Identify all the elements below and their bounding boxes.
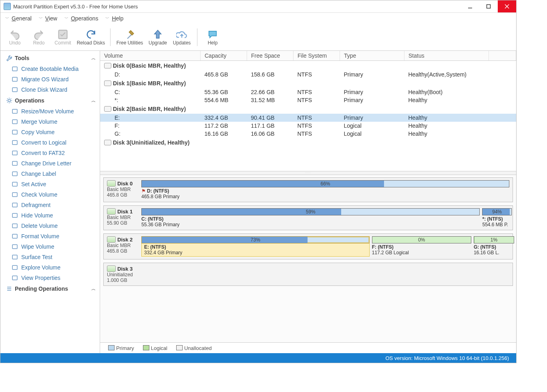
disk-sub2: 465.8 GB	[107, 192, 138, 198]
legend-unallocated: Unallocated	[176, 345, 212, 351]
volume-grid[interactable]: Volume Capacity Free Space File System T…	[100, 51, 516, 171]
sidebar-item[interactable]: Wipe Volume	[0, 241, 100, 252]
menu-operations[interactable]: ﹀Operations	[64, 15, 98, 22]
disk-card[interactable]: Disk 2Basic MBR465.8 GB73%E: (NTFS)332.4…	[103, 233, 513, 259]
sidebar-item[interactable]: Convert to FAT32	[0, 148, 100, 158]
sidebar-section-tools[interactable]: Tools ︿	[0, 52, 100, 64]
svg-rect-24	[12, 265, 17, 269]
updates-button[interactable]: Updates	[170, 26, 194, 49]
main: Tools ︿ Create Bootable MediaMigrate OS …	[0, 51, 516, 353]
partition[interactable]: 66%⚑D: (NTFS)465.8 GB Primary	[141, 180, 509, 199]
volume-row[interactable]: F:117.2 GB117.1 GBNTFSLogicalHealthy	[100, 122, 516, 130]
cell-fs: NTFS	[294, 70, 340, 78]
sidebar-item[interactable]: Hide Volume	[0, 210, 100, 221]
partition[interactable]: 0%F: (NTFS)117.2 GB Logical	[372, 236, 471, 257]
sidebar-item[interactable]: Set Active	[0, 179, 100, 189]
splitter[interactable]: .....	[100, 171, 516, 175]
partition[interactable]: 73%E: (NTFS)332.4 GB Primary	[141, 236, 370, 257]
partition[interactable]: 1%G: (NTFS)16.16 GB L.	[474, 236, 514, 257]
sidebar-item[interactable]: Clone Disk Wizard	[0, 84, 100, 95]
disk-card[interactable]: Disk 3Uninitialized1.000 GB	[103, 263, 513, 286]
partition[interactable]: 94%*: (NTFS)554.6 MB P.	[482, 208, 512, 227]
redo-icon	[33, 29, 44, 40]
cell-status: Healthy(Boot)	[404, 88, 489, 96]
sidebar-item[interactable]: Delete Volume	[0, 221, 100, 231]
disk-row[interactable]: Disk 1(Basic MBR, Healthy)	[100, 78, 516, 88]
chevron-up-icon: ︿	[91, 55, 96, 61]
menu-view[interactable]: ﹀View	[39, 15, 57, 22]
volume-row[interactable]: *:554.6 MB31.52 MBNTFSPrimaryHealthy	[100, 96, 516, 104]
disk-row[interactable]: Disk 0(Basic MBR, Healthy)	[100, 61, 516, 71]
disk-sub2: 1.000 GB	[107, 277, 138, 283]
titlebar: Macrorit Partition Expert v5.3.0 - Free …	[0, 0, 516, 13]
sidebar-item[interactable]: Change Label	[0, 169, 100, 179]
sidebar-item[interactable]: Create Bootable Media	[0, 64, 100, 74]
svg-point-8	[8, 99, 10, 102]
sidebar-item[interactable]: View Properties	[0, 273, 100, 283]
disk-card[interactable]: Disk 0Basic MBR465.8 GB66%⚑D: (NTFS)465.…	[103, 177, 513, 202]
sidebar-item[interactable]: Copy Volume	[0, 127, 100, 137]
col-free[interactable]: Free Space	[247, 51, 294, 61]
disk-sub2: 55.90 GB	[107, 220, 138, 226]
cell-fs: NTFS	[294, 130, 340, 138]
svg-rect-16	[12, 182, 17, 186]
volume-row[interactable]: E:332.4 GB90.41 GBNTFSPrimaryHealthy	[100, 114, 516, 122]
minimize-button[interactable]	[461, 0, 479, 12]
disk-row[interactable]: Disk 3(Uninitialized, Healthy)	[100, 138, 516, 147]
item-icon	[12, 212, 18, 219]
disk-icon	[104, 140, 111, 145]
item-label: Convert to Logical	[21, 139, 66, 147]
col-fs[interactable]: File System	[294, 51, 340, 61]
cell-letter: G:	[100, 130, 201, 138]
sidebar-item[interactable]: Defragment	[0, 200, 100, 210]
sidebar-item[interactable]: Format Volume	[0, 231, 100, 241]
volume-row[interactable]: G:16.16 GB16.06 GBNTFSLogicalHealthy	[100, 130, 516, 138]
sidebar-item[interactable]: Migrate OS Wizard	[0, 74, 100, 84]
svg-rect-19	[12, 213, 17, 217]
disk-icon	[104, 63, 111, 68]
sidebar-item[interactable]: Explore Volume	[0, 262, 100, 273]
sidebar-item[interactable]: Surface Test	[0, 252, 100, 262]
toolbar-separator	[110, 28, 111, 46]
volume-row[interactable]: D:465.8 GB158.6 GBNTFSPrimaryHealthy(Act…	[100, 70, 516, 78]
disk-label: Disk 2(Basic MBR, Healthy)	[113, 106, 186, 112]
sidebar[interactable]: Tools ︿ Create Bootable MediaMigrate OS …	[0, 51, 100, 353]
col-status[interactable]: Status	[404, 51, 489, 61]
volume-row[interactable]: C:55.36 GB22.66 GBNTFSPrimaryHealthy(Boo…	[100, 88, 516, 96]
redo-button[interactable]: Redo	[27, 26, 51, 49]
free-utilities-button[interactable]: Free Utilities	[114, 26, 146, 49]
col-volume[interactable]: Volume	[100, 51, 201, 61]
upgrade-button[interactable]: Upgrade	[146, 26, 170, 49]
svg-rect-1	[487, 5, 491, 8]
item-label: Surface Test	[21, 253, 52, 261]
app-window: Macrorit Partition Expert v5.3.0 - Free …	[0, 0, 517, 363]
sidebar-item[interactable]: Merge Volume	[0, 117, 100, 127]
disk-map-view[interactable]: Disk 0Basic MBR465.8 GB66%⚑D: (NTFS)465.…	[100, 175, 516, 342]
sidebar-section-pending[interactable]: Pending Operations ︿	[0, 283, 100, 294]
undo-button[interactable]: Undo	[3, 26, 27, 49]
item-icon	[12, 150, 18, 156]
help-button[interactable]: Help	[201, 26, 225, 49]
partition[interactable]: 59%C: (NTFS)55.36 GB Primary	[141, 208, 480, 227]
sidebar-section-operations[interactable]: Operations ︿	[0, 95, 100, 106]
col-type[interactable]: Type	[340, 51, 404, 61]
col-capacity[interactable]: Capacity	[201, 51, 247, 61]
svg-rect-9	[12, 109, 17, 113]
sidebar-item[interactable]: Check Volume	[0, 189, 100, 200]
sidebar-item[interactable]: Change Drive Letter	[0, 158, 100, 169]
disk-row[interactable]: Disk 2(Basic MBR, Healthy)	[100, 104, 516, 114]
partitions: 73%E: (NTFS)332.4 GB Primary0%F: (NTFS)1…	[141, 236, 509, 257]
legend: Primary Logical Unallocated	[100, 342, 516, 353]
partition-label: E: (NTFS)332.4 GB Primary	[141, 243, 370, 257]
sidebar-item[interactable]: Resize/Move Volume	[0, 106, 100, 117]
disk-card[interactable]: Disk 1Basic MBR55.90 GB59%C: (NTFS)55.36…	[103, 205, 513, 230]
reload-disks-button[interactable]: Reload Disks	[75, 26, 107, 49]
sidebar-item[interactable]: Convert to Logical	[0, 137, 100, 148]
commit-button[interactable]: Commit	[51, 26, 75, 49]
menu-general[interactable]: ﹀General	[5, 15, 32, 22]
cell-letter: *:	[100, 96, 201, 104]
close-button[interactable]	[498, 0, 516, 12]
disk-name: Disk 3	[117, 266, 133, 272]
maximize-button[interactable]	[479, 0, 498, 12]
menu-help[interactable]: ﹀Help	[105, 15, 123, 22]
